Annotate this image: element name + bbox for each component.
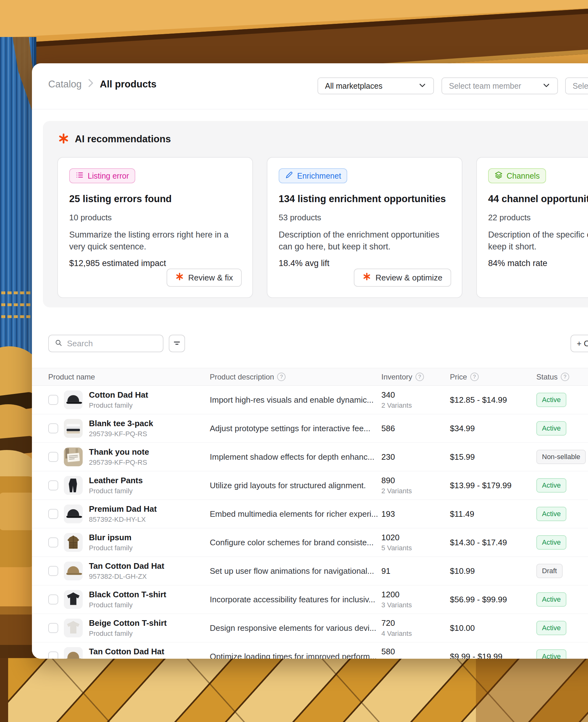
filter-icon <box>172 339 181 348</box>
ai-card-enrichment: Enrichmenet 134 listing enrichment oppor… <box>267 157 462 298</box>
status-badge: Active <box>536 507 566 521</box>
product-subtitle: 295739-KF-PQ-RS <box>89 430 153 438</box>
price: $34.99 <box>450 424 475 434</box>
row-checkbox[interactable] <box>48 480 58 490</box>
price: $15.99 <box>450 452 475 462</box>
help-icon[interactable]: ? <box>277 373 286 381</box>
row-checkbox[interactable] <box>48 595 58 604</box>
price: $12.85 - $14.99 <box>450 395 507 405</box>
table-row[interactable]: Blank tee 3-pack 295739-KF-PQ-RS Adjust … <box>32 414 588 443</box>
table-row[interactable]: Premium Dad Hat 857392-KD-HY-LX Embed mu… <box>32 500 588 528</box>
table-row[interactable]: Tan Cotton Dad Hat 957382-DL-GH-ZX Set u… <box>32 557 588 585</box>
chevron-down-icon <box>418 81 426 91</box>
review-fix-button[interactable]: Review & fix <box>167 268 242 287</box>
product-thumbnail <box>64 619 83 637</box>
breadcrumb-catalog-link[interactable]: Catalog <box>48 79 82 90</box>
extra-select-placeholder: Select <box>573 81 588 91</box>
table-row[interactable]: Cotton Dad Hat Product family Import hig… <box>32 386 588 414</box>
table-header: Product name Product description? Invent… <box>32 368 588 386</box>
column-product-name: Product name <box>48 373 95 381</box>
product-thumbnail <box>64 504 83 523</box>
row-checkbox[interactable] <box>48 537 58 547</box>
product-subtitle: Product family <box>89 487 143 495</box>
table-row[interactable]: Tan Cotton Dad Hat Product family Optimi… <box>32 642 588 659</box>
product-thumbnail <box>64 562 83 580</box>
extra-select[interactable]: Select <box>565 77 588 94</box>
ai-recommendations-section: AI recommendations Listing error 25 list… <box>43 121 588 307</box>
table-row[interactable]: Beige Cotton T-shirt Product family Desi… <box>32 614 588 642</box>
column-inventory: Inventory? <box>381 373 424 381</box>
table-row[interactable]: Leather Pants Product family Utilize gri… <box>32 471 588 500</box>
inventory-count: 340 <box>381 390 412 400</box>
column-status: Status? <box>536 373 569 381</box>
card-products: 53 products <box>279 213 450 222</box>
product-subtitle: Product family <box>89 601 166 609</box>
row-checkbox[interactable] <box>48 566 58 576</box>
review-optimize-button[interactable]: Review & optimize <box>354 268 451 287</box>
product-subtitle: Product family <box>89 629 167 638</box>
badge-label: Channels <box>507 172 540 180</box>
marketplace-select[interactable]: All marketplaces <box>317 77 434 94</box>
column-price: Price? <box>450 373 479 381</box>
variant-count: 2 Variants <box>381 487 412 495</box>
variant-count: 5 Variants <box>381 544 412 552</box>
card-metric: 84% match rate <box>488 259 588 268</box>
create-product-button[interactable]: + C <box>570 335 588 352</box>
product-name: Blank tee 3-pack <box>89 419 153 428</box>
product-name: Cotton Dad Hat <box>89 390 148 400</box>
price: $10.99 <box>450 566 475 576</box>
search-input[interactable]: Search <box>48 335 164 352</box>
price: $11.49 <box>450 509 474 519</box>
product-thumbnail <box>64 647 83 659</box>
inventory-count: 580 <box>381 647 408 657</box>
variant-count: 4 Variants <box>381 629 412 638</box>
table-row[interactable]: Blur ipsum Product family Configure colo… <box>32 528 588 557</box>
table-row[interactable]: Thank you note 295739-KF-PQ-RS Implement… <box>32 443 588 471</box>
pencil-icon <box>285 171 293 181</box>
row-checkbox[interactable] <box>48 423 58 434</box>
team-member-select[interactable]: Select team member <box>441 77 558 94</box>
product-name: Premium Dad Hat <box>89 504 157 514</box>
product-description: Optimize loading times for improved perf… <box>210 652 377 659</box>
product-subtitle: Product family <box>89 658 164 659</box>
listing-error-badge: Listing error <box>69 168 135 183</box>
product-thumbnail <box>64 476 83 495</box>
channels-badge: Channels <box>488 168 546 183</box>
price: $13.99 - $179.99 <box>450 481 511 490</box>
filter-button[interactable] <box>169 335 185 352</box>
product-description: Design responsive elements for various d… <box>210 623 376 633</box>
card-title: 25 listing errors found <box>69 193 241 205</box>
product-description: Adjust prototype settings for interactiv… <box>210 424 371 434</box>
asterisk-icon <box>362 272 371 283</box>
product-thumbnail <box>64 447 83 466</box>
row-checkbox[interactable] <box>48 623 58 633</box>
help-icon[interactable]: ? <box>561 373 569 381</box>
card-products: 10 products <box>69 213 241 222</box>
product-description: Configure color schemes for brand consis… <box>210 538 374 547</box>
product-description: Import high-res visuals and enable dynam… <box>210 395 374 405</box>
price: $10.00 <box>450 623 475 633</box>
page-title: All products <box>100 79 156 90</box>
card-metric: 18.4% avg lift <box>279 259 450 268</box>
variant-count: 1 Variant <box>381 658 408 659</box>
product-thumbnail <box>64 419 83 438</box>
status-badge: Active <box>536 421 566 436</box>
chevron-down-icon <box>542 81 550 91</box>
help-icon[interactable]: ? <box>416 373 424 381</box>
breadcrumb: Catalog All products <box>48 78 156 90</box>
product-description: Implement shadow effects for depth enhan… <box>210 452 375 462</box>
product-table: Cotton Dad Hat Product family Import hig… <box>32 386 588 659</box>
status-badge: Active <box>536 592 566 607</box>
search-placeholder: Search <box>67 339 93 348</box>
row-checkbox[interactable] <box>48 452 58 462</box>
product-name: Thank you note <box>89 447 149 457</box>
product-description: Embed multimedia elements for richer exp… <box>210 509 378 519</box>
help-icon[interactable]: ? <box>470 373 479 381</box>
row-checkbox[interactable] <box>48 395 58 405</box>
product-name: Beige Cotton T-shirt <box>89 618 167 628</box>
table-row[interactable]: Black Cotton T-shirt Product family Inco… <box>32 585 588 614</box>
row-checkbox[interactable] <box>48 651 58 659</box>
row-checkbox[interactable] <box>48 509 58 519</box>
column-product-description: Product description? <box>210 373 286 381</box>
card-title: 134 listing enrichment opportunities <box>279 193 450 205</box>
